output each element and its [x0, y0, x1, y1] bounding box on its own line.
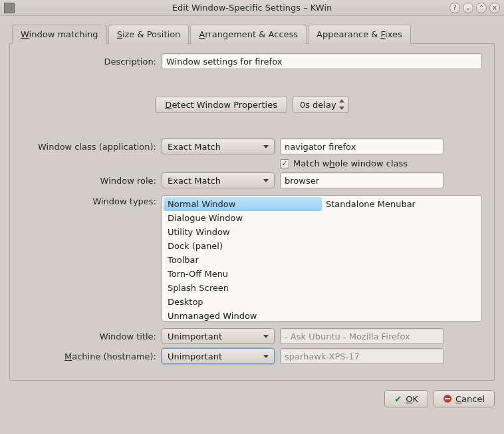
tab-size-position[interactable]: Size & Position — [108, 25, 189, 44]
window-types-col1: Normal Window Dialogue Window Utility Wi… — [164, 197, 322, 320]
list-item[interactable]: Toolbar — [164, 253, 322, 267]
list-item[interactable]: Dock (panel) — [164, 239, 322, 253]
row-window-types: Window types: Normal Window Dialogue Win… — [22, 195, 482, 322]
help-button[interactable]: ? — [449, 3, 460, 13]
row-window-class: Window class (application): Exact Match … — [22, 138, 482, 154]
window-types-col2: Standalone Menubar — [322, 197, 480, 320]
cancel-icon — [443, 395, 451, 403]
label-window-class: Window class (application): — [22, 142, 162, 152]
list-item[interactable]: Desktop — [164, 295, 322, 309]
window-buttons: ? ⌄ ⌃ × — [449, 3, 504, 13]
cancel-button[interactable]: Cancel — [434, 390, 495, 407]
tab-panel-window-matching: Description: Window settings for firefox… — [9, 44, 495, 381]
titlebar: Edit Window-Specific Settings – KWin ? ⌄… — [0, 0, 504, 16]
tab-arrangement-access[interactable]: Arrangement & Access — [190, 25, 307, 44]
window-class-input[interactable]: navigator firefox — [280, 138, 443, 154]
row-window-role: Window role: Exact Match browser — [22, 172, 482, 188]
row-detect: Detect Window Properties 0s delay — [22, 96, 482, 113]
label-machine: Machine (hostname): — [22, 351, 162, 361]
tab-bar: Window matching Size & Position Arrangem… — [9, 24, 495, 44]
row-match-whole: ✓ Match whole window class — [22, 158, 482, 168]
machine-input: sparhawk-XPS-17 — [280, 348, 443, 364]
tab-label: ize & Position — [122, 29, 180, 39]
maximize-button[interactable]: ⌃ — [476, 3, 487, 13]
tab-label: Appearance & — [316, 29, 380, 39]
list-item[interactable]: Torn-Off Menu — [164, 267, 322, 281]
minimize-button[interactable]: ⌄ — [463, 3, 473, 13]
tab-label: indow matching — [29, 29, 98, 39]
label-window-title: Window title: — [22, 331, 162, 341]
row-window-title: Window title: Unimportant - Ask Ubuntu -… — [22, 328, 482, 344]
delay-spinbox[interactable]: 0s delay — [293, 96, 349, 113]
ok-button[interactable]: ✔OK — [384, 390, 428, 407]
label-window-types: Window types: — [22, 195, 162, 206]
machine-match-combo[interactable]: Unimportant — [162, 348, 275, 364]
close-button[interactable]: × — [489, 3, 500, 13]
tab-window-matching[interactable]: Window matching — [12, 25, 107, 44]
tab-label: rrangement & Access — [205, 29, 298, 39]
list-item[interactable]: Normal Window — [164, 197, 322, 211]
window-title-input: - Ask Ubuntu - Mozilla Firefox — [280, 328, 443, 344]
window-types-listbox[interactable]: Normal Window Dialogue Window Utility Wi… — [162, 195, 482, 322]
list-item[interactable]: Unmanaged Window — [164, 309, 322, 323]
window-class-match-combo[interactable]: Exact Match — [162, 138, 275, 154]
label-match-whole: Match whole window class — [293, 158, 408, 168]
list-item[interactable]: Splash Screen — [164, 281, 322, 295]
window-title: Edit Window-Specific Settings – KWin — [0, 3, 504, 13]
list-item[interactable]: Dialogue Window — [164, 211, 322, 225]
row-machine: Machine (hostname): Unimportant sparhawk… — [22, 348, 482, 364]
row-description: Description: Window settings for firefox — [22, 53, 482, 69]
window-title-match-combo[interactable]: Unimportant — [162, 328, 275, 344]
list-item[interactable]: Standalone Menubar — [322, 197, 480, 211]
dialog-content: Window matching Size & Position Arrangem… — [0, 16, 504, 417]
description-input[interactable]: Window settings for firefox — [162, 53, 482, 69]
list-item[interactable]: Utility Window — [164, 225, 322, 239]
label-window-role: Window role: — [22, 176, 162, 186]
detect-window-properties-button[interactable]: Detect Window Properties — [155, 96, 287, 113]
app-icon — [4, 3, 15, 13]
ok-icon: ✔ — [394, 394, 402, 404]
dialog-button-bar: ✔OK Cancel — [9, 390, 495, 407]
tab-appearance-fixes[interactable]: Appearance & Fixes — [308, 25, 411, 44]
match-whole-checkbox[interactable]: ✓ — [280, 159, 289, 168]
window-role-input[interactable]: browser — [280, 172, 443, 188]
label-description: Description: — [22, 57, 162, 67]
window-role-match-combo[interactable]: Exact Match — [162, 172, 275, 188]
